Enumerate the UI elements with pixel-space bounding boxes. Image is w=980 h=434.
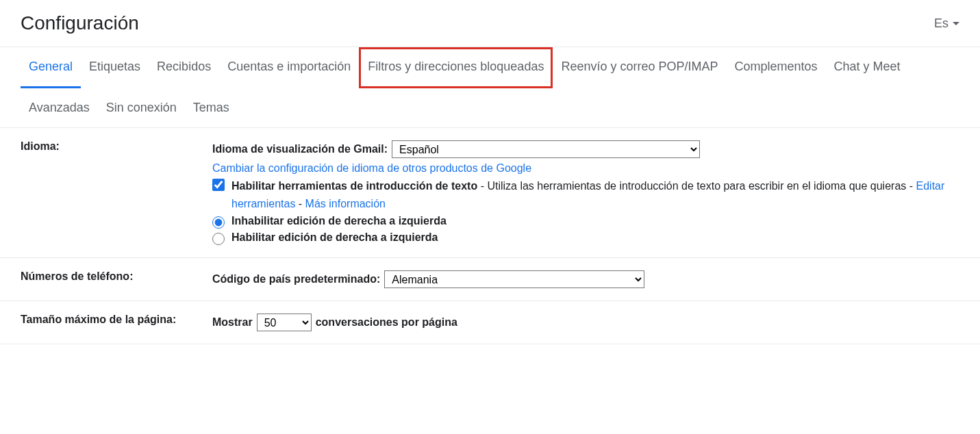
tab-addons[interactable]: Complementos — [727, 47, 826, 88]
section-phone: Números de teléfono: Código de país pred… — [0, 258, 980, 301]
enable-input-tools-checkbox[interactable] — [212, 179, 225, 191]
tab-offline[interactable]: Sin conexión — [98, 88, 185, 127]
section-label-language: Idioma: — [21, 140, 212, 245]
rtl-off-label: Inhabilitar edición de derecha a izquier… — [231, 215, 447, 227]
tab-inbox[interactable]: Recibidos — [149, 47, 219, 88]
page-title: Configuración — [21, 12, 139, 34]
settings-tabs: General Etiquetas Recibidos Cuentas e im… — [0, 47, 980, 128]
tab-accounts-import[interactable]: Cuentas e importación — [219, 47, 359, 88]
section-page-size: Tamaño máximo de la página: Mostrar 50 c… — [0, 301, 980, 344]
tab-labels[interactable]: Etiquetas — [81, 47, 149, 88]
tab-advanced[interactable]: Avanzadas — [21, 88, 98, 127]
page-size-select[interactable]: 50 — [257, 314, 312, 331]
section-label-phone: Números de teléfono: — [21, 270, 212, 288]
tab-chat-meet[interactable]: Chat y Meet — [826, 47, 909, 88]
country-code-label: Código de país predeterminado: — [212, 273, 380, 285]
rtl-off-radio[interactable] — [212, 216, 225, 229]
language-switcher-label: Es — [934, 16, 948, 31]
language-switcher[interactable]: Es — [934, 16, 959, 31]
section-label-page-size: Tamaño máximo de la página: — [21, 314, 212, 331]
more-info-link[interactable]: Más información — [305, 198, 386, 209]
change-language-other-products-link[interactable]: Cambiar la configuración de idioma de ot… — [212, 162, 531, 174]
display-language-label: Idioma de visualización de Gmail: — [212, 143, 388, 155]
tab-forwarding-pop-imap[interactable]: Reenvío y correo POP/IMAP — [553, 47, 726, 88]
enable-input-tools-label: Habilitar herramientas de introducción d… — [231, 180, 477, 192]
tab-general[interactable]: General — [21, 47, 81, 88]
page-size-suffix: conversaciones por página — [316, 316, 457, 329]
tab-themes[interactable]: Temas — [185, 88, 238, 127]
page-size-show-label: Mostrar — [212, 316, 253, 329]
rtl-on-label: Habilitar edición de derecha a izquierda — [231, 231, 438, 244]
section-language: Idioma: Idioma de visualización de Gmail… — [0, 128, 980, 258]
country-code-select[interactable]: Alemania — [384, 270, 644, 288]
tab-filters-blocked[interactable]: Filtros y direcciones bloqueadas — [359, 47, 553, 88]
caret-down-icon — [953, 22, 959, 25]
enable-input-tools-desc: - Utiliza las herramientas de introducci… — [477, 180, 916, 192]
display-language-select[interactable]: Español — [392, 140, 700, 158]
separator: - — [295, 198, 305, 209]
rtl-on-radio[interactable] — [212, 233, 225, 245]
